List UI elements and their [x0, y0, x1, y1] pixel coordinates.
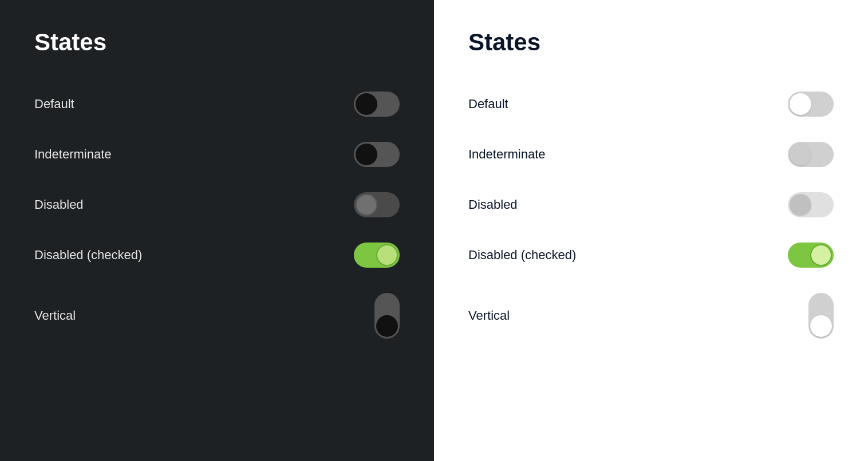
light-panel: States Default Indeterminate Disabled Di…	[434, 0, 868, 461]
light-indeterminate-row: Indeterminate	[468, 129, 834, 180]
dark-default-toggle[interactable]	[354, 92, 400, 117]
light-disabled-toggle	[788, 192, 834, 217]
dark-disabled-toggle	[354, 192, 400, 217]
dark-disabled-checked-thumb	[376, 244, 398, 266]
light-disabled-checked-row: Disabled (checked)	[468, 230, 834, 280]
dark-panel-title: States	[34, 29, 400, 56]
light-indeterminate-toggle[interactable]	[788, 142, 834, 167]
light-disabled-toggle-wrap	[788, 192, 834, 217]
dark-default-toggle-wrap	[354, 92, 400, 117]
light-disabled-row: Disabled	[468, 180, 834, 230]
dark-indeterminate-label: Indeterminate	[34, 147, 112, 162]
light-default-row: Default	[468, 79, 834, 129]
dark-vertical-thumb	[376, 315, 398, 337]
dark-disabled-thumb	[356, 194, 377, 216]
light-vertical-row: Vertical	[468, 280, 834, 351]
light-indeterminate-label: Indeterminate	[468, 147, 546, 162]
dark-disabled-checked-toggle-wrap	[354, 243, 400, 268]
light-panel-title: States	[468, 29, 834, 56]
dark-vertical-label: Vertical	[34, 308, 76, 323]
light-default-label: Default	[468, 97, 508, 112]
light-disabled-checked-label: Disabled (checked)	[468, 248, 576, 263]
light-vertical-toggle[interactable]	[808, 293, 834, 339]
dark-vertical-row: Vertical	[34, 280, 400, 351]
dark-default-thumb	[356, 93, 377, 115]
light-vertical-label: Vertical	[468, 308, 510, 323]
dark-disabled-checked-row: Disabled (checked)	[34, 230, 400, 280]
light-disabled-checked-thumb	[810, 244, 832, 266]
light-default-toggle[interactable]	[788, 92, 834, 117]
light-indeterminate-thumb	[790, 144, 811, 165]
dark-default-row: Default	[34, 79, 400, 129]
dark-disabled-row: Disabled	[34, 180, 400, 230]
light-disabled-checked-toggle	[788, 243, 834, 268]
dark-panel: States Default Indeterminate Disabled Di…	[0, 0, 434, 461]
dark-disabled-toggle-wrap	[354, 192, 400, 217]
dark-disabled-checked-toggle	[354, 243, 400, 268]
light-vertical-thumb	[810, 315, 832, 337]
light-vertical-toggle-wrap	[808, 293, 834, 339]
dark-disabled-checked-label: Disabled (checked)	[34, 248, 142, 263]
light-default-toggle-wrap	[788, 92, 834, 117]
dark-indeterminate-thumb	[356, 144, 377, 165]
dark-vertical-toggle[interactable]	[374, 293, 400, 339]
light-disabled-thumb	[790, 194, 811, 216]
light-disabled-label: Disabled	[468, 197, 518, 212]
dark-disabled-label: Disabled	[34, 197, 84, 212]
dark-indeterminate-toggle[interactable]	[354, 142, 400, 167]
dark-vertical-toggle-wrap	[374, 293, 400, 339]
dark-indeterminate-toggle-wrap	[354, 142, 400, 167]
light-disabled-checked-toggle-wrap	[788, 243, 834, 268]
dark-default-label: Default	[34, 97, 74, 112]
dark-indeterminate-row: Indeterminate	[34, 129, 400, 180]
light-default-thumb	[790, 93, 811, 115]
light-indeterminate-toggle-wrap	[788, 142, 834, 167]
